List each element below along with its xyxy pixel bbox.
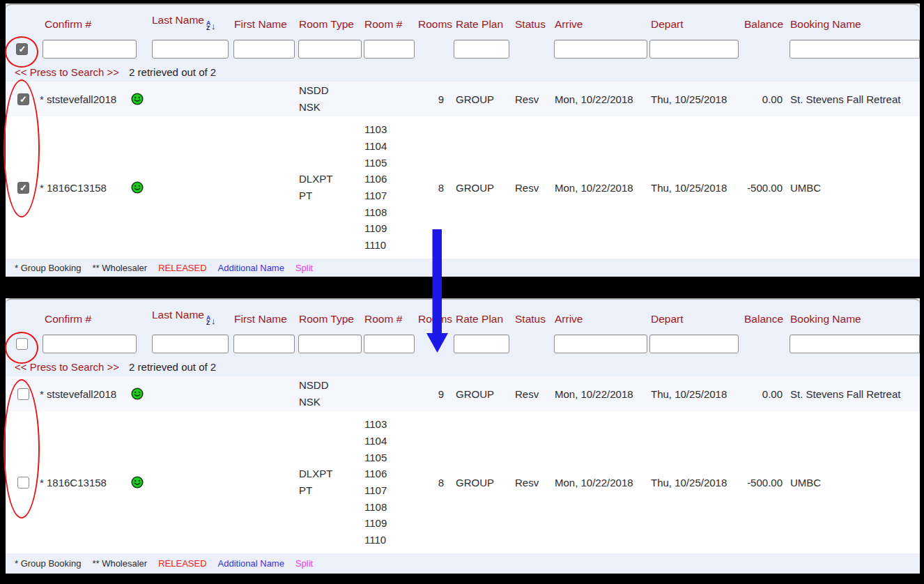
legend-bar: * Group Booking ** Wholesaler RELEASED A…	[6, 259, 920, 277]
legend-wholesaler: ** Wholesaler	[92, 558, 147, 569]
result-count: 2 retrieved out of 2	[129, 361, 216, 373]
first-name-search-input[interactable]	[233, 335, 295, 353]
room-type-cell: DLXPTPT	[297, 466, 362, 499]
header-status: Status	[513, 313, 553, 330]
header-balance: Balance	[741, 18, 788, 36]
status-cell: Resv	[513, 388, 553, 400]
press-to-search-link[interactable]: << Press to Search >>	[15, 66, 119, 78]
room-numbers-cell: 11031104 11051106 11071108 11091110	[362, 416, 416, 548]
sort-down-arrow-icon: ↓	[211, 22, 216, 31]
happy-face-icon	[131, 476, 144, 489]
sort-az-icon[interactable]: AZ↓	[206, 21, 216, 31]
table-row[interactable]: * 1816C13158 DLXPTPT 11031104 11051106 1…	[6, 116, 920, 259]
confirm-search-input[interactable]	[43, 40, 137, 59]
arrive-cell: Mon, 10/22/2018	[553, 182, 649, 194]
status-cell: Resv	[513, 477, 553, 489]
legend-group-booking: * Group Booking	[15, 558, 81, 569]
room-no-search-input[interactable]	[364, 335, 415, 353]
booking-name-search-input[interactable]	[790, 335, 920, 353]
balance-cell: -500.00	[741, 477, 788, 489]
booking-name-search-input[interactable]	[790, 40, 920, 59]
depart-cell: Thu, 10/25/2018	[649, 388, 741, 400]
header-last-name: Last NameAZ↓	[150, 309, 232, 330]
result-count: 2 retrieved out of 2	[129, 66, 216, 78]
room-type-cell: NSDDNSK	[297, 377, 362, 410]
legend-group-booking: * Group Booking	[15, 263, 81, 273]
legend-released: RELEASED	[158, 263, 206, 273]
header-rate-plan: Rate Plan	[454, 313, 513, 330]
press-to-search-link[interactable]: << Press to Search >>	[15, 361, 119, 373]
header-room-no: Room #	[362, 313, 416, 330]
header-rooms: Rooms	[416, 313, 454, 330]
table-header-row: Confirm # Last NameAZ↓ First Name Room T…	[6, 3, 920, 36]
header-depart: Depart	[649, 313, 741, 330]
legend-bar: * Group Booking ** Wholesaler RELEASED A…	[6, 553, 920, 574]
status-cell: Resv	[513, 182, 553, 194]
depart-cell: Thu, 10/25/2018	[649, 93, 741, 105]
happy-face-icon	[131, 387, 144, 400]
depart-search-input[interactable]	[649, 335, 739, 353]
last-name-search-input[interactable]	[152, 40, 229, 59]
confirm-cell: * 1816C13158	[38, 182, 150, 194]
confirm-cell: * ststevefall2018	[38, 388, 150, 400]
confirm-search-input[interactable]	[43, 335, 137, 353]
rate-plan-cell: GROUP	[454, 182, 513, 194]
row-select-checkbox[interactable]	[17, 388, 29, 400]
row-select-checkbox[interactable]	[17, 477, 29, 489]
select-all-checkbox[interactable]	[16, 43, 28, 55]
depart-cell: Thu, 10/25/2018	[649, 182, 741, 194]
header-first-name: First Name	[232, 18, 297, 36]
table-header-row: Confirm # Last NameAZ↓ First Name Room T…	[6, 298, 920, 330]
legend-released: RELEASED	[158, 558, 206, 569]
arrive-cell: Mon, 10/22/2018	[553, 93, 649, 105]
header-spacer	[6, 31, 38, 36]
select-all-checkbox[interactable]	[16, 338, 28, 350]
booking-name-cell: UMBC	[788, 182, 920, 194]
rooms-cell: 9	[416, 388, 454, 400]
depart-search-input[interactable]	[649, 40, 739, 59]
room-numbers-cell: 11031104 11051106 11071108 11091110	[362, 121, 416, 254]
room-type-search-input[interactable]	[298, 335, 362, 353]
confirm-cell: * ststevefall2018	[38, 93, 150, 105]
table-row[interactable]: * ststevefall2018 NSDDNSK 9 GROUP Resv M…	[6, 376, 920, 411]
row-select-checkbox[interactable]	[17, 182, 29, 194]
status-cell: Resv	[513, 93, 553, 105]
arrive-search-input[interactable]	[554, 335, 647, 353]
search-status-row: << Press to Search >> 2 retrieved out of…	[6, 357, 920, 376]
header-confirm: Confirm #	[38, 313, 150, 330]
rate-plan-search-input[interactable]	[454, 335, 509, 353]
first-name-search-input[interactable]	[233, 40, 295, 59]
table-row[interactable]: * 1816C13158 DLXPTPT 11031104 11051106 1…	[6, 411, 920, 553]
header-first-name: First Name	[232, 313, 297, 330]
depart-cell: Thu, 10/25/2018	[649, 477, 741, 489]
header-rate-plan: Rate Plan	[454, 18, 513, 36]
search-filter-row	[6, 36, 920, 62]
search-filter-row	[6, 330, 920, 357]
booking-name-cell: St. Stevens Fall Retreat	[788, 93, 920, 105]
room-no-search-input[interactable]	[364, 40, 415, 59]
header-room-type: Room Type	[297, 18, 362, 36]
sort-az-icon[interactable]: AZ↓	[206, 316, 216, 325]
row-select-checkbox[interactable]	[17, 93, 29, 105]
happy-face-icon	[131, 93, 144, 105]
header-depart: Depart	[649, 18, 741, 36]
header-room-no: Room #	[362, 18, 416, 36]
table-row[interactable]: * ststevefall2018 NSDDNSK 9 GROUP Resv M…	[6, 82, 920, 116]
room-type-search-input[interactable]	[298, 40, 362, 59]
arrive-search-input[interactable]	[554, 40, 647, 59]
header-arrive: Arrive	[553, 18, 649, 36]
legend-split: Split	[295, 263, 313, 273]
header-rooms: Rooms	[416, 18, 454, 36]
balance-cell: 0.00	[741, 388, 788, 400]
header-room-type: Room Type	[297, 313, 362, 330]
header-status: Status	[513, 18, 553, 36]
rate-plan-search-input[interactable]	[454, 40, 509, 59]
legend-additional-name: Additional Name	[218, 263, 284, 273]
rate-plan-cell: GROUP	[454, 93, 513, 105]
last-name-search-input[interactable]	[152, 335, 229, 353]
reservation-list-panel-before: Confirm # Last NameAZ↓ First Name Room T…	[6, 3, 920, 277]
header-confirm: Confirm #	[38, 18, 150, 36]
rate-plan-cell: GROUP	[454, 388, 513, 400]
header-arrive: Arrive	[553, 313, 649, 330]
legend-additional-name: Additional Name	[218, 558, 284, 569]
